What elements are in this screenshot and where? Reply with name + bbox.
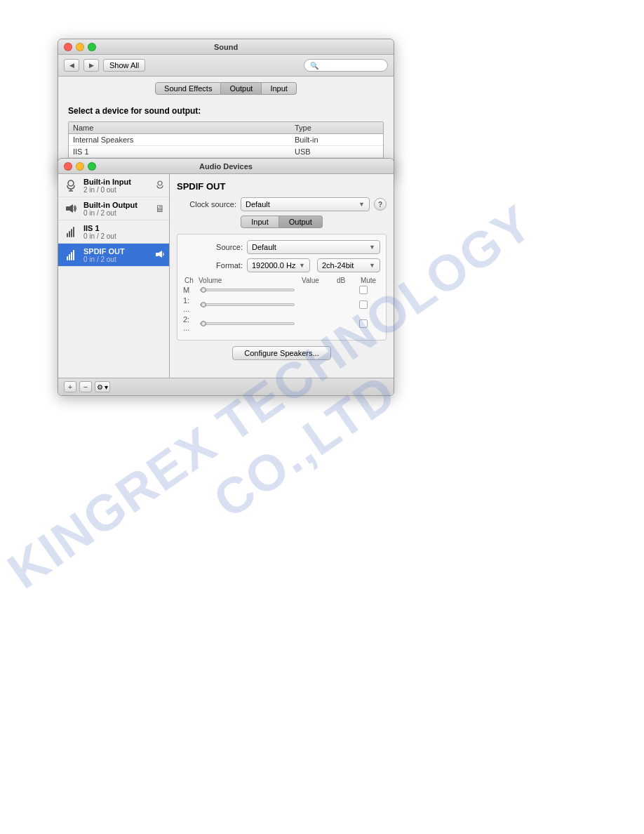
tab-input[interactable]: Input xyxy=(262,82,296,95)
help-button[interactable]: ? xyxy=(374,198,387,211)
tab-sound-effects[interactable]: Sound Effects xyxy=(155,82,221,95)
clock-source-select[interactable]: Default ▼ xyxy=(241,197,370,211)
device-item-iis1[interactable]: IIS 1 0 in / 2 out xyxy=(58,220,169,244)
mute-checkbox-1[interactable] xyxy=(359,300,368,309)
device-type-2: USB xyxy=(295,147,379,156)
add-device-button[interactable]: + xyxy=(64,381,76,392)
settings-button[interactable]: ⚙ ▾ xyxy=(95,381,110,392)
mixer-col-ch: Ch xyxy=(185,277,199,284)
table-row[interactable]: Internal Speakers Built-in xyxy=(69,134,383,146)
format-hz-select[interactable]: 192000.0 Hz ▼ xyxy=(247,258,310,272)
clock-source-label: Clock source: xyxy=(177,200,236,208)
mixer-ch-1: 1: ... xyxy=(183,296,197,313)
search-icon: 🔍 xyxy=(310,62,318,70)
configure-speakers-button[interactable]: Configure Speakers... xyxy=(232,346,330,360)
mixer-mute-m xyxy=(359,286,380,294)
traffic-lights xyxy=(64,43,96,51)
source-value: Default xyxy=(252,243,276,251)
search-box[interactable]: 🔍 xyxy=(304,59,388,72)
builtin-input-action-icon xyxy=(155,180,165,192)
maximize-button[interactable] xyxy=(88,43,96,51)
slider-track-1[interactable] xyxy=(200,303,295,306)
iis1-info: IIS 1 0 in / 2 out xyxy=(83,224,165,240)
iis1-name: IIS 1 xyxy=(83,224,165,232)
audio-bottom-toolbar: + − ⚙ ▾ xyxy=(58,378,394,395)
device-item-builtin-input[interactable]: Built-in Input 2 in / 0 out xyxy=(58,174,169,197)
sound-window: Sound ◀ ▶ Show All 🔍 Sound Effects Outpu… xyxy=(58,39,394,178)
mixer-row-2: 2: ... xyxy=(183,315,380,332)
minimize-button[interactable] xyxy=(76,43,84,51)
mixer-mute-1 xyxy=(359,300,380,309)
mute-checkbox-m[interactable] xyxy=(359,286,368,294)
format-bits-arrow: ▼ xyxy=(369,262,375,269)
builtin-input-desc: 2 in / 0 out xyxy=(83,186,151,194)
format-hz-arrow: ▼ xyxy=(299,262,305,269)
tab-input[interactable]: Input xyxy=(241,216,279,228)
mixer-row-1: 1: ... xyxy=(183,296,380,313)
source-arrow: ▼ xyxy=(369,244,375,251)
mixer-col-value: Value xyxy=(302,277,337,284)
audio-content: Built-in Input 2 in / 0 out xyxy=(58,174,394,378)
table-row[interactable]: IIS 1 USB xyxy=(69,146,383,158)
iis1-icon xyxy=(62,223,79,240)
mixer-col-mute: Mute xyxy=(358,277,379,284)
mixer-ch-2: 2: ... xyxy=(183,315,197,332)
mute-checkbox-2[interactable] xyxy=(359,319,368,328)
audio-maximize-button[interactable] xyxy=(88,162,96,171)
builtin-output-icon xyxy=(62,200,79,217)
spdif-icon xyxy=(62,246,79,263)
builtin-output-info: Built-in Output 0 in / 2 out xyxy=(83,201,151,217)
device-detail-panel: SPDIF OUT Clock source: Default ▼ ? Inpu… xyxy=(170,174,394,378)
clock-source-arrow: ▼ xyxy=(358,201,365,208)
slider-track-m[interactable] xyxy=(200,289,295,291)
show-all-button[interactable]: Show All xyxy=(103,59,145,72)
mixer-header: Ch Volume Value dB Mute xyxy=(183,277,380,284)
col-header-name: Name xyxy=(73,124,295,132)
device-item-builtin-output[interactable]: Built-in Output 0 in / 2 out 🖥 xyxy=(58,197,169,220)
format-bits-select[interactable]: 2ch-24bit ▼ xyxy=(317,258,380,272)
device-name-2: IIS 1 xyxy=(73,147,295,156)
mixer-col-volume: Volume xyxy=(199,277,302,284)
device-item-spdif[interactable]: SPDIF OUT 0 in / 2 out xyxy=(58,244,169,267)
builtin-input-info: Built-in Input 2 in / 0 out xyxy=(83,178,151,194)
slider-thumb-m xyxy=(201,287,206,293)
source-select[interactable]: Default ▼ xyxy=(247,240,380,254)
mixer-col-db: dB xyxy=(337,277,358,284)
sound-title-bar: Sound xyxy=(58,39,394,55)
audio-minimize-button[interactable] xyxy=(76,162,84,171)
tab-output[interactable]: Output xyxy=(221,82,262,95)
sound-tabs: Sound Effects Output Input xyxy=(58,77,394,99)
audio-window-title: Audio Devices xyxy=(199,162,253,171)
tab-output-detail[interactable]: Output xyxy=(279,216,323,228)
mixer-vol-2 xyxy=(200,322,295,325)
builtin-output-desc: 0 in / 2 out xyxy=(83,209,151,217)
mixer-vol-1 xyxy=(200,303,295,306)
sound-toolbar: ◀ ▶ Show All 🔍 xyxy=(58,55,394,77)
builtin-output-name: Built-in Output xyxy=(83,201,151,209)
io-tabs: Input Output xyxy=(177,216,387,228)
slider-track-2[interactable] xyxy=(200,322,295,325)
section-title: Select a device for sound output: xyxy=(68,106,384,116)
audio-title-bar: Audio Devices xyxy=(58,159,394,174)
source-row: Source: Default ▼ xyxy=(183,240,380,254)
clock-source-value: Default xyxy=(246,200,270,208)
spdif-action-icon xyxy=(155,249,165,261)
svg-rect-4 xyxy=(66,206,69,211)
slider-thumb-1 xyxy=(201,302,206,307)
mixer-mute-2 xyxy=(359,319,380,328)
nav-forward-button[interactable]: ▶ xyxy=(83,59,99,72)
builtin-output-action-icon: 🖥 xyxy=(155,203,165,214)
iis1-desc: 0 in / 2 out xyxy=(83,232,165,240)
device-type-1: Built-in xyxy=(295,135,379,144)
format-row: Format: 192000.0 Hz ▼ 2ch-24bit ▼ xyxy=(183,258,380,272)
device-name-1: Internal Speakers xyxy=(73,135,295,144)
nav-back-button[interactable]: ◀ xyxy=(64,59,79,72)
svg-point-3 xyxy=(158,181,162,185)
output-panel: Source: Default ▼ Format: 192000.0 Hz ▼ … xyxy=(177,234,387,340)
audio-close-button[interactable] xyxy=(64,162,72,171)
remove-device-button[interactable]: − xyxy=(79,381,92,392)
spdif-name: SPDIF OUT xyxy=(83,247,151,256)
close-button[interactable] xyxy=(64,43,72,51)
mixer-ch-m: M xyxy=(183,286,197,294)
spdif-info: SPDIF OUT 0 in / 2 out xyxy=(83,247,151,263)
